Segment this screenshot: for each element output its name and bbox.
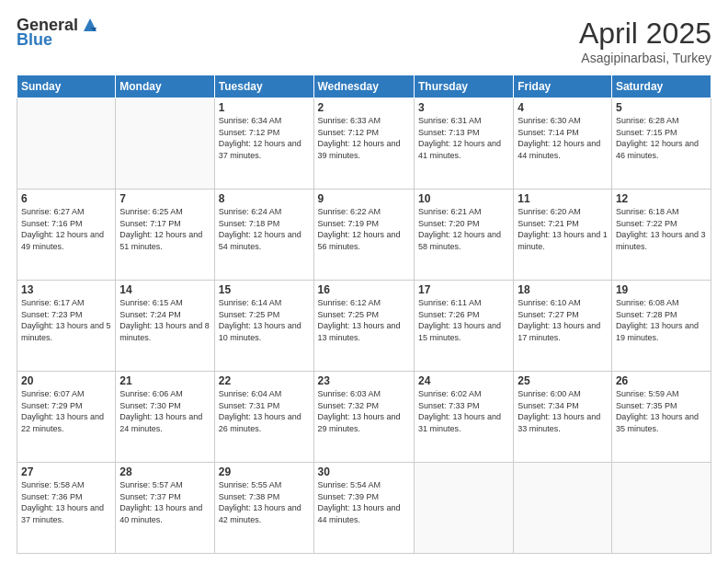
day-detail: Sunrise: 6:03 AM Sunset: 7:32 PM Dayligh… [318,388,410,434]
day-detail: Sunrise: 6:10 AM Sunset: 7:27 PM Dayligh… [518,297,608,343]
day-number: 24 [418,374,509,387]
calendar-subtitle: Asagipinarbasi, Turkey [579,51,711,65]
day-detail: Sunrise: 6:02 AM Sunset: 7:33 PM Dayligh… [418,388,509,434]
day-number: 26 [616,374,707,387]
day-number: 19 [616,283,707,296]
calendar-cell-w5-d1: 27Sunrise: 5:58 AM Sunset: 7:36 PM Dayli… [17,463,116,554]
calendar-cell-w4-d2: 21Sunrise: 6:06 AM Sunset: 7:30 PM Dayli… [116,372,214,463]
day-detail: Sunrise: 5:54 AM Sunset: 7:39 PM Dayligh… [318,479,410,525]
day-number: 13 [21,283,111,296]
calendar-cell-w3-d6: 18Sunrise: 6:10 AM Sunset: 7:27 PM Dayli… [514,281,612,372]
calendar-cell-w3-d2: 14Sunrise: 6:15 AM Sunset: 7:24 PM Dayli… [116,281,214,372]
day-number: 27 [21,465,111,478]
day-detail: Sunrise: 6:07 AM Sunset: 7:29 PM Dayligh… [21,388,111,434]
day-number: 3 [418,101,509,114]
day-number: 10 [418,192,509,205]
header: General Blue April 2025 Asagipinarbasi, … [17,17,711,65]
day-number: 1 [219,101,310,114]
calendar-table: Sunday Monday Tuesday Wednesday Thursday… [17,75,711,554]
day-number: 18 [518,283,608,296]
calendar-title: April 2025 [579,17,711,51]
calendar-cell-w5-d6 [514,463,612,554]
calendar-cell-w5-d5 [414,463,513,554]
day-number: 28 [119,465,210,478]
title-block: April 2025 Asagipinarbasi, Turkey [579,17,711,65]
day-number: 21 [119,374,210,387]
logo: General Blue [17,17,100,50]
calendar-cell-w2-d7: 12Sunrise: 6:18 AM Sunset: 7:22 PM Dayli… [611,190,711,281]
day-number: 11 [518,192,608,205]
day-detail: Sunrise: 6:04 AM Sunset: 7:31 PM Dayligh… [219,388,310,434]
calendar-cell-w5-d7 [611,463,711,554]
calendar-header-row: Sunday Monday Tuesday Wednesday Thursday… [17,75,711,98]
day-detail: Sunrise: 6:34 AM Sunset: 7:12 PM Dayligh… [219,115,310,161]
calendar-cell-w1-d2 [116,98,214,190]
page: General Blue April 2025 Asagipinarbasi, … [0,0,728,563]
day-number: 4 [518,101,608,114]
day-number: 15 [219,283,310,296]
calendar-cell-w5-d3: 29Sunrise: 5:55 AM Sunset: 7:38 PM Dayli… [214,463,313,554]
calendar-cell-w4-d6: 25Sunrise: 6:00 AM Sunset: 7:34 PM Dayli… [514,372,612,463]
day-number: 12 [616,192,707,205]
calendar-cell-w3-d4: 16Sunrise: 6:12 AM Sunset: 7:25 PM Dayli… [313,281,414,372]
day-number: 25 [518,374,608,387]
day-detail: Sunrise: 6:33 AM Sunset: 7:12 PM Dayligh… [318,115,410,161]
calendar-cell-w3-d5: 17Sunrise: 6:11 AM Sunset: 7:26 PM Dayli… [414,281,513,372]
day-detail: Sunrise: 6:12 AM Sunset: 7:25 PM Dayligh… [318,297,410,343]
day-detail: Sunrise: 6:21 AM Sunset: 7:20 PM Dayligh… [418,206,509,252]
day-detail: Sunrise: 6:20 AM Sunset: 7:21 PM Dayligh… [518,206,608,252]
day-number: 16 [318,283,410,296]
calendar-cell-w2-d4: 9Sunrise: 6:22 AM Sunset: 7:19 PM Daylig… [313,190,414,281]
day-detail: Sunrise: 6:11 AM Sunset: 7:26 PM Dayligh… [418,297,509,343]
calendar-cell-w4-d1: 20Sunrise: 6:07 AM Sunset: 7:29 PM Dayli… [17,372,116,463]
calendar-cell-w1-d6: 4Sunrise: 6:30 AM Sunset: 7:14 PM Daylig… [514,98,612,190]
col-saturday: Saturday [611,75,711,98]
calendar-week-3: 13Sunrise: 6:17 AM Sunset: 7:23 PM Dayli… [17,281,711,372]
col-thursday: Thursday [414,75,513,98]
day-detail: Sunrise: 6:24 AM Sunset: 7:18 PM Dayligh… [219,206,310,252]
day-number: 23 [318,374,410,387]
day-number: 6 [21,192,111,205]
day-detail: Sunrise: 6:27 AM Sunset: 7:16 PM Dayligh… [21,206,111,252]
calendar-cell-w1-d1 [17,98,116,190]
col-wednesday: Wednesday [313,75,414,98]
day-detail: Sunrise: 6:25 AM Sunset: 7:17 PM Dayligh… [119,206,210,252]
col-monday: Monday [116,75,214,98]
day-number: 30 [318,465,410,478]
col-friday: Friday [514,75,612,98]
day-number: 5 [616,101,707,114]
day-detail: Sunrise: 6:22 AM Sunset: 7:19 PM Dayligh… [318,206,410,252]
calendar-cell-w1-d7: 5Sunrise: 6:28 AM Sunset: 7:15 PM Daylig… [611,98,711,190]
day-detail: Sunrise: 6:14 AM Sunset: 7:25 PM Dayligh… [219,297,310,343]
day-number: 8 [219,192,310,205]
day-number: 9 [318,192,410,205]
calendar-cell-w4-d5: 24Sunrise: 6:02 AM Sunset: 7:33 PM Dayli… [414,372,513,463]
logo-icon [80,15,100,35]
day-detail: Sunrise: 6:28 AM Sunset: 7:15 PM Dayligh… [616,115,707,161]
day-number: 7 [119,192,210,205]
day-number: 2 [318,101,410,114]
calendar-week-2: 6Sunrise: 6:27 AM Sunset: 7:16 PM Daylig… [17,190,711,281]
calendar-cell-w5-d4: 30Sunrise: 5:54 AM Sunset: 7:39 PM Dayli… [313,463,414,554]
day-detail: Sunrise: 6:30 AM Sunset: 7:14 PM Dayligh… [518,115,608,161]
col-tuesday: Tuesday [214,75,313,98]
day-number: 29 [219,465,310,478]
day-number: 17 [418,283,509,296]
calendar-cell-w4-d3: 22Sunrise: 6:04 AM Sunset: 7:31 PM Dayli… [214,372,313,463]
calendar-week-1: 1Sunrise: 6:34 AM Sunset: 7:12 PM Daylig… [17,98,711,190]
calendar-cell-w1-d4: 2Sunrise: 6:33 AM Sunset: 7:12 PM Daylig… [313,98,414,190]
day-detail: Sunrise: 6:00 AM Sunset: 7:34 PM Dayligh… [518,388,608,434]
day-detail: Sunrise: 6:08 AM Sunset: 7:28 PM Dayligh… [616,297,707,343]
day-detail: Sunrise: 6:17 AM Sunset: 7:23 PM Dayligh… [21,297,111,343]
calendar-cell-w1-d3: 1Sunrise: 6:34 AM Sunset: 7:12 PM Daylig… [214,98,313,190]
day-number: 22 [219,374,310,387]
day-detail: Sunrise: 5:59 AM Sunset: 7:35 PM Dayligh… [616,388,707,434]
calendar-cell-w1-d5: 3Sunrise: 6:31 AM Sunset: 7:13 PM Daylig… [414,98,513,190]
calendar-cell-w3-d3: 15Sunrise: 6:14 AM Sunset: 7:25 PM Dayli… [214,281,313,372]
day-detail: Sunrise: 5:55 AM Sunset: 7:38 PM Dayligh… [219,479,310,525]
day-detail: Sunrise: 6:15 AM Sunset: 7:24 PM Dayligh… [119,297,210,343]
calendar-cell-w2-d6: 11Sunrise: 6:20 AM Sunset: 7:21 PM Dayli… [514,190,612,281]
calendar-cell-w3-d7: 19Sunrise: 6:08 AM Sunset: 7:28 PM Dayli… [611,281,711,372]
calendar-cell-w2-d1: 6Sunrise: 6:27 AM Sunset: 7:16 PM Daylig… [17,190,116,281]
day-number: 20 [21,374,111,387]
